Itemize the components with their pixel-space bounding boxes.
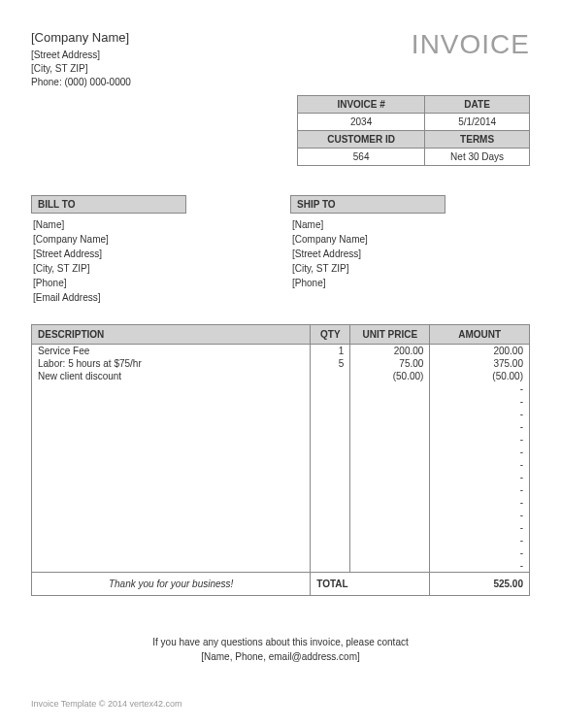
footer-line1: If you have any questions about this inv… — [31, 635, 530, 649]
line-items-table: DESCRIPTION QTY UNIT PRICE AMOUNT Servic… — [31, 324, 530, 596]
meta-customer-id-label: CUSTOMER ID — [298, 131, 425, 149]
ship-to-header: SHIP TO — [290, 195, 446, 214]
item-description: Labor: 5 hours at $75/hr — [32, 357, 311, 370]
item-description — [32, 433, 311, 446]
bill-to-header: BILL TO — [31, 195, 186, 214]
bill-to-block: BILL TO [Name][Company Name][Street Addr… — [31, 195, 271, 305]
item-amount: - — [430, 420, 530, 433]
table-row: Service Fee1200.00200.00 — [32, 345, 530, 358]
item-qty — [311, 458, 350, 471]
item-qty — [311, 534, 350, 546]
item-qty — [311, 395, 350, 408]
ship-to-line: [City, ST ZIP] — [292, 261, 530, 276]
table-row: - — [32, 483, 530, 496]
item-description — [32, 559, 311, 573]
ship-to-line: [Name] — [292, 217, 530, 232]
item-unit-price — [350, 395, 430, 408]
company-city: [City, ST ZIP] — [31, 62, 131, 76]
item-qty — [311, 420, 350, 433]
item-description: Service Fee — [32, 345, 311, 358]
company-street: [Street Address] — [31, 49, 131, 62]
table-row: - — [32, 446, 530, 458]
item-unit-price — [350, 471, 430, 483]
table-row: - — [32, 420, 530, 433]
item-unit-price — [350, 420, 430, 433]
item-description — [32, 546, 311, 559]
item-amount: - — [430, 559, 530, 573]
ship-to-line: [Phone] — [292, 276, 530, 290]
ship-to-line: [Street Address] — [292, 247, 530, 261]
item-qty — [311, 546, 350, 559]
table-row: - — [32, 433, 530, 446]
item-amount: - — [430, 471, 530, 483]
item-amount: - — [430, 395, 530, 408]
bill-to-line: [Phone] — [33, 276, 271, 290]
table-row: New client discount(50.00)(50.00) — [32, 370, 530, 382]
item-amount: - — [430, 496, 530, 509]
company-name: [Company Name] — [31, 29, 131, 47]
meta-terms: Net 30 Days — [425, 149, 530, 166]
item-unit-price — [350, 521, 430, 534]
item-amount: (50.00) — [430, 370, 530, 382]
table-row: - — [32, 471, 530, 483]
col-description: DESCRIPTION — [32, 325, 311, 345]
bill-to-line: [Email Address] — [33, 290, 271, 305]
ship-to-block: SHIP TO [Name][Company Name][Street Addr… — [290, 195, 530, 305]
item-amount: - — [430, 433, 530, 446]
item-qty — [311, 446, 350, 458]
item-qty — [311, 382, 350, 395]
meta-customer-id: 564 — [298, 149, 425, 166]
item-description: New client discount — [32, 370, 311, 382]
item-unit-price: 200.00 — [350, 345, 430, 358]
bill-to-line: [Company Name] — [33, 232, 271, 247]
invoice-title: INVOICE — [412, 29, 530, 60]
footer-note: If you have any questions about this inv… — [31, 635, 530, 664]
item-amount: - — [430, 521, 530, 534]
item-qty — [311, 370, 350, 382]
table-row: - — [32, 382, 530, 395]
meta-invoice-num: 2034 — [298, 114, 425, 131]
item-description — [32, 395, 311, 408]
item-amount: - — [430, 408, 530, 420]
meta-date-label: DATE — [425, 96, 530, 114]
item-qty — [311, 483, 350, 496]
item-amount: - — [430, 546, 530, 559]
item-unit-price — [350, 382, 430, 395]
bill-to-line: [Name] — [33, 217, 271, 232]
bill-to-line: [City, ST ZIP] — [33, 261, 271, 276]
company-block: [Company Name] [Street Address] [City, S… — [31, 29, 131, 89]
item-unit-price: 75.00 — [350, 357, 430, 370]
item-description — [32, 458, 311, 471]
item-unit-price — [350, 546, 430, 559]
item-description — [32, 408, 311, 420]
item-unit-price — [350, 559, 430, 573]
item-description — [32, 382, 311, 395]
item-amount: - — [430, 446, 530, 458]
item-description — [32, 446, 311, 458]
item-qty — [311, 509, 350, 521]
item-qty: 5 — [311, 357, 350, 370]
meta-date: 5/1/2014 — [425, 114, 530, 131]
item-qty: 1 — [311, 345, 350, 358]
table-row: - — [32, 496, 530, 509]
item-amount: - — [430, 534, 530, 546]
col-unit-price: UNIT PRICE — [350, 325, 430, 345]
meta-invoice-num-label: INVOICE # — [298, 96, 425, 114]
table-row: - — [32, 521, 530, 534]
thank-you-message: Thank you for your business! — [32, 573, 311, 596]
table-row: - — [32, 546, 530, 559]
item-unit-price: (50.00) — [350, 370, 430, 382]
item-description — [32, 471, 311, 483]
item-qty — [311, 559, 350, 573]
item-unit-price — [350, 458, 430, 471]
item-unit-price — [350, 534, 430, 546]
col-amount: AMOUNT — [430, 325, 530, 345]
item-description — [32, 521, 311, 534]
table-row: - — [32, 395, 530, 408]
copyright: Invoice Template © 2014 vertex42.com — [31, 699, 182, 709]
item-qty — [311, 408, 350, 420]
table-row: - — [32, 559, 530, 573]
company-phone: Phone: (000) 000-0000 — [31, 76, 131, 89]
item-amount: - — [430, 382, 530, 395]
item-qty — [311, 471, 350, 483]
